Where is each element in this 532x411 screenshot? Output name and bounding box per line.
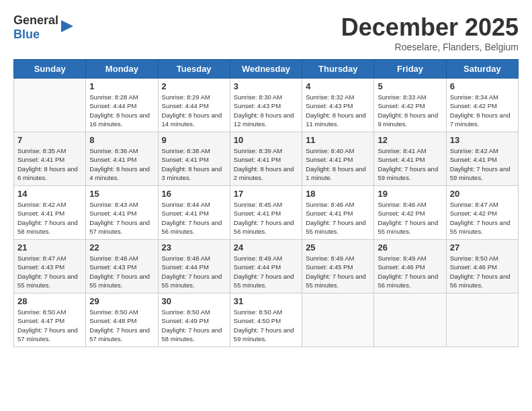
week-row-3: 14Sunrise: 8:42 AMSunset: 4:41 PMDayligh… [14,186,519,240]
sunset-label: Sunset: 4:41 PM [89,210,136,217]
day-number: 26 [378,242,442,253]
day-cell: 10Sunrise: 8:39 AMSunset: 4:41 PMDayligh… [230,132,302,186]
daylight-label: Daylight: 8 hours and 11 minutes. [306,111,366,128]
day-number: 1 [89,81,154,91]
day-number: 27 [450,242,515,253]
week-row-4: 21Sunrise: 8:47 AMSunset: 4:43 PMDayligh… [14,240,519,293]
sunset-label: Sunset: 4:48 PM [89,317,136,324]
daylight-label: Daylight: 7 hours and 55 minutes. [450,219,511,235]
sunrise-label: Sunrise: 8:48 AM [162,255,210,262]
sunset-label: Sunset: 4:41 PM [306,156,353,163]
sunrise-label: Sunrise: 8:49 AM [378,255,426,262]
cell-content: Sunrise: 8:34 AMSunset: 4:42 PMDaylight:… [450,93,515,128]
day-cell [446,293,518,347]
day-number: 22 [89,242,154,253]
day-cell: 29Sunrise: 8:50 AMSunset: 4:48 PMDayligh… [86,293,158,347]
daylight-label: Daylight: 8 hours and 9 minutes. [378,111,438,128]
sunset-label: Sunset: 4:42 PM [378,102,425,109]
sunset-label: Sunset: 4:42 PM [450,102,497,109]
day-cell: 5Sunrise: 8:33 AMSunset: 4:42 PMDaylight… [374,79,446,132]
day-cell: 17Sunrise: 8:45 AMSunset: 4:41 PMDayligh… [230,186,302,240]
sunset-label: Sunset: 4:43 PM [17,263,64,271]
week-row-1: 1Sunrise: 8:28 AMSunset: 4:44 PMDaylight… [14,79,519,132]
day-cell: 18Sunrise: 8:46 AMSunset: 4:41 PMDayligh… [302,186,374,240]
sunrise-label: Sunrise: 8:28 AM [89,93,138,101]
sunrise-label: Sunrise: 8:33 AM [378,93,426,101]
day-cell: 6Sunrise: 8:34 AMSunset: 4:42 PMDaylight… [446,79,518,132]
day-cell: 21Sunrise: 8:47 AMSunset: 4:43 PMDayligh… [14,240,86,293]
daylight-label: Daylight: 8 hours and 7 minutes. [450,111,511,128]
header: General Blue December 2025 Roeselare, Fl… [13,13,519,52]
title-area: December 2025 Roeselare, Flanders, Belgi… [341,13,519,52]
sunrise-label: Sunrise: 8:48 AM [89,255,138,262]
day-number: 31 [234,296,298,306]
sunrise-label: Sunrise: 8:50 AM [450,255,498,262]
sunset-label: Sunset: 4:43 PM [89,263,136,271]
daylight-label: Daylight: 7 hours and 57 minutes. [17,326,78,342]
sunrise-label: Sunrise: 8:42 AM [17,201,66,208]
col-header-monday: Monday [86,60,158,79]
week-row-2: 7Sunrise: 8:35 AMSunset: 4:41 PMDaylight… [14,132,519,186]
cell-content: Sunrise: 8:50 AMSunset: 4:50 PMDaylight:… [234,308,298,343]
day-cell: 4Sunrise: 8:32 AMSunset: 4:43 PMDaylight… [302,79,374,132]
cell-content: Sunrise: 8:49 AMSunset: 4:46 PMDaylight:… [378,254,442,289]
sunset-label: Sunset: 4:50 PM [234,317,281,324]
daylight-label: Daylight: 7 hours and 57 minutes. [89,219,150,235]
day-cell: 26Sunrise: 8:49 AMSunset: 4:46 PMDayligh… [374,240,446,293]
day-number: 10 [234,135,298,145]
day-cell: 2Sunrise: 8:29 AMSunset: 4:44 PMDaylight… [158,79,230,132]
sunrise-label: Sunrise: 8:32 AM [306,93,354,101]
day-cell: 14Sunrise: 8:42 AMSunset: 4:41 PMDayligh… [14,186,86,240]
day-number: 4 [306,81,370,91]
daylight-label: Daylight: 7 hours and 59 minutes. [450,165,511,181]
day-number: 18 [306,189,370,199]
svg-marker-0 [61,20,73,32]
daylight-label: Daylight: 8 hours and 6 minutes. [17,165,78,181]
daylight-label: Daylight: 7 hours and 56 minutes. [234,219,294,235]
day-cell [374,293,446,347]
week-row-5: 28Sunrise: 8:50 AMSunset: 4:47 PMDayligh… [14,293,519,347]
daylight-label: Daylight: 8 hours and 3 minutes. [162,165,222,181]
day-number: 7 [17,135,82,145]
day-number: 14 [17,189,82,199]
sunset-label: Sunset: 4:49 PM [162,317,209,324]
day-number: 25 [306,242,370,253]
day-number: 8 [89,135,154,145]
day-cell: 25Sunrise: 8:49 AMSunset: 4:45 PMDayligh… [302,240,374,293]
day-number: 21 [17,242,82,253]
cell-content: Sunrise: 8:50 AMSunset: 4:46 PMDaylight:… [450,254,515,289]
daylight-label: Daylight: 8 hours and 2 minutes. [234,165,294,181]
location: Roeselare, Flanders, Belgium [341,42,519,52]
day-cell: 9Sunrise: 8:38 AMSunset: 4:41 PMDaylight… [158,132,230,186]
col-header-thursday: Thursday [302,60,374,79]
cell-content: Sunrise: 8:28 AMSunset: 4:44 PMDaylight:… [89,93,154,128]
cell-content: Sunrise: 8:48 AMSunset: 4:43 PMDaylight:… [89,254,154,289]
daylight-label: Daylight: 7 hours and 55 minutes. [234,273,294,289]
day-number: 15 [89,189,154,199]
sunrise-label: Sunrise: 8:38 AM [162,147,210,154]
sunrise-label: Sunrise: 8:47 AM [450,201,498,208]
cell-content: Sunrise: 8:33 AMSunset: 4:42 PMDaylight:… [378,93,442,128]
cell-content: Sunrise: 8:46 AMSunset: 4:42 PMDaylight:… [378,200,442,236]
day-cell: 11Sunrise: 8:40 AMSunset: 4:41 PMDayligh… [302,132,374,186]
day-number: 13 [450,135,515,145]
day-cell: 16Sunrise: 8:44 AMSunset: 4:41 PMDayligh… [158,186,230,240]
sunset-label: Sunset: 4:46 PM [450,263,497,271]
cell-content: Sunrise: 8:50 AMSunset: 4:49 PMDaylight:… [162,308,226,343]
day-cell [14,79,86,132]
daylight-label: Daylight: 7 hours and 55 minutes. [162,273,222,289]
day-cell: 23Sunrise: 8:48 AMSunset: 4:44 PMDayligh… [158,240,230,293]
sunset-label: Sunset: 4:41 PM [234,210,281,217]
cell-content: Sunrise: 8:35 AMSunset: 4:41 PMDaylight:… [17,146,82,182]
sunset-label: Sunset: 4:41 PM [306,210,353,217]
sunset-label: Sunset: 4:43 PM [306,102,353,109]
day-cell: 12Sunrise: 8:41 AMSunset: 4:41 PMDayligh… [374,132,446,186]
day-cell: 22Sunrise: 8:48 AMSunset: 4:43 PMDayligh… [86,240,158,293]
col-header-wednesday: Wednesday [230,60,302,79]
sunset-label: Sunset: 4:41 PM [378,156,425,163]
daylight-label: Daylight: 7 hours and 56 minutes. [162,219,222,235]
day-cell: 20Sunrise: 8:47 AMSunset: 4:42 PMDayligh… [446,186,518,240]
daylight-label: Daylight: 8 hours and 14 minutes. [162,111,222,128]
header-row: SundayMondayTuesdayWednesdayThursdayFrid… [14,60,519,79]
cell-content: Sunrise: 8:46 AMSunset: 4:41 PMDaylight:… [306,200,370,236]
